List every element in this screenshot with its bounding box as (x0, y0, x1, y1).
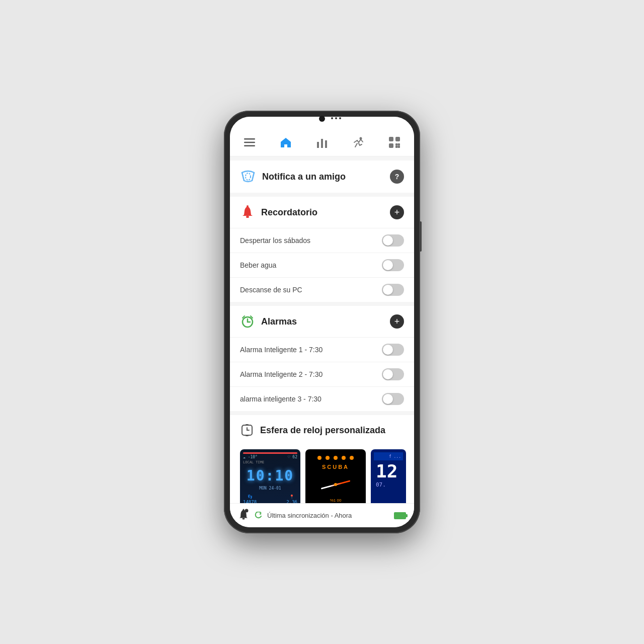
wf3-time: 12 (376, 462, 401, 480)
alarm-item-2-label: alarma inteligente 3 - 7:30 (240, 395, 321, 403)
reminder-item-0-label: Despertar los sábados (240, 236, 310, 245)
alarm-toggle-0[interactable] (382, 344, 404, 356)
svg-rect-5 (325, 140, 327, 148)
speaker-dots (331, 117, 341, 119)
wf2-percent: %1 00 (330, 498, 342, 503)
notify-section: Notifica a un amigo ? (230, 160, 414, 193)
watchface-header: Esfera de reloj personalizada (230, 415, 414, 445)
wf2-label: SCUBA (322, 464, 349, 470)
sync-icon (254, 512, 262, 520)
alarm-toggle-1[interactable] (382, 368, 404, 380)
wf1-distance: 2.36 (286, 500, 297, 503)
phone-screen: Notifica a un amigo ? (230, 117, 414, 527)
wf1-steps: 14878 (243, 500, 257, 503)
svg-rect-9 (389, 143, 393, 148)
alarm-icon (240, 314, 255, 329)
wf1-time: 10:10 (243, 467, 297, 484)
notify-header: Notifica a un amigo ? (230, 160, 414, 193)
svg-rect-7 (389, 137, 393, 141)
phone-frame: Notifica a un amigo ? (224, 111, 420, 533)
notify-title-group: Notifica a un amigo (240, 169, 346, 185)
svg-rect-1 (244, 142, 255, 143)
alarm-item-2: alarma inteligente 3 - 7:30 (230, 386, 414, 411)
side-button (420, 221, 422, 252)
alarm-toggle-2[interactable] (382, 393, 404, 405)
camera (319, 116, 325, 122)
main-content: Notifica a un amigo ? (230, 156, 414, 503)
alarms-title: Alarmas (261, 316, 297, 327)
svg-point-16 (246, 173, 251, 180)
reminder-toggle-0[interactable] (382, 234, 404, 247)
reminder-item-2: Descanse de su PC (230, 277, 414, 302)
svg-point-29 (245, 509, 249, 513)
svg-point-18 (247, 205, 249, 207)
alarms-title-group: Alarmas (240, 314, 297, 329)
notify-help-button[interactable]: ? (390, 170, 404, 184)
reminder-item-2-label: Descanse de su PC (240, 286, 302, 294)
svg-rect-3 (317, 142, 319, 148)
reminder-item-1: Beber agua (230, 253, 414, 277)
reminder-add-button[interactable]: + (390, 205, 404, 219)
svg-rect-22 (246, 435, 249, 436)
svg-rect-13 (398, 146, 400, 148)
alarms-header: Alarmas + (230, 306, 414, 337)
apps-icon[interactable] (387, 135, 402, 150)
bell-icon (240, 205, 255, 220)
svg-rect-17 (246, 216, 249, 218)
svg-rect-8 (395, 137, 400, 141)
svg-rect-27 (243, 518, 245, 520)
watchface-icon (240, 423, 254, 437)
svg-rect-21 (246, 424, 249, 425)
watchface-title: Esfera de reloj personalizada (260, 425, 385, 436)
reminder-item-0: Despertar los sábados (230, 228, 414, 253)
watchfaces-scroll[interactable]: ☁ -10° ♡ 62 LOCAL TIME 10:10 MON 24-01 👣… (230, 445, 414, 503)
alarm-item-1: Alarma Inteligente 2 - 7:30 (230, 362, 414, 386)
reminder-section: Recordatorio + Despertar los sábados Beb… (230, 197, 414, 302)
wf1-date: MON 24-01 (243, 486, 297, 491)
svg-rect-2 (244, 145, 255, 147)
alarms-add-button[interactable]: + (390, 314, 404, 329)
reminder-toggle-2[interactable] (382, 284, 404, 296)
reminder-title: Recordatorio (261, 207, 317, 218)
alarm-item-1-label: Alarma Inteligente 2 - 7:30 (240, 370, 323, 378)
home-icon[interactable] (278, 135, 293, 150)
sync-text: Última sincronización - Ahora (267, 512, 389, 519)
stats-icon[interactable] (314, 135, 330, 150)
reminder-toggle-1[interactable] (382, 259, 404, 271)
reminder-title-group: Recordatorio (240, 205, 317, 220)
svg-rect-10 (395, 143, 398, 146)
reminder-item-1-label: Beber agua (240, 261, 276, 269)
svg-rect-12 (395, 146, 398, 148)
svg-point-28 (243, 509, 245, 511)
top-nav (230, 117, 414, 156)
svg-rect-0 (244, 138, 255, 140)
svg-rect-11 (398, 143, 400, 146)
bottom-bell-icon[interactable] (238, 509, 249, 522)
wf3-date: 07. (376, 481, 401, 488)
watchface-3[interactable]: f ... 12 07. ☁ ☁ (371, 449, 406, 503)
watchface-section: Esfera de reloj personalizada ☁ -10° ♡ 6… (230, 415, 414, 503)
menu-icon[interactable] (242, 135, 257, 150)
notify-title: Notifica a un amigo (262, 172, 346, 182)
watchface-title-group: Esfera de reloj personalizada (240, 423, 385, 437)
alarm-item-0-label: Alarma Inteligente 1 - 7:30 (240, 346, 323, 354)
svg-rect-4 (321, 139, 323, 148)
reminder-header: Recordatorio + (230, 197, 414, 228)
watchface-2[interactable]: SCUBA %1 00 TLEO7 5 Atm (305, 449, 366, 503)
bottom-bar: Última sincronización - Ahora (230, 503, 414, 527)
battery-icon (394, 512, 406, 519)
activity-icon[interactable] (351, 135, 366, 150)
watchface-1[interactable]: ☁ -10° ♡ 62 LOCAL TIME 10:10 MON 24-01 👣… (240, 449, 300, 503)
alarm-item-0: Alarma Inteligente 1 - 7:30 (230, 337, 414, 362)
notify-icon (240, 169, 256, 185)
alarms-section: Alarmas + Alarma Inteligente 1 - 7:30 Al… (230, 306, 414, 411)
